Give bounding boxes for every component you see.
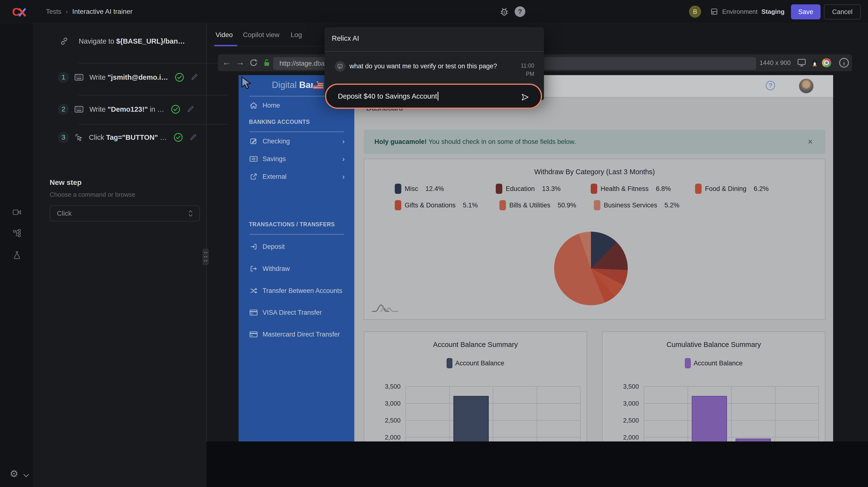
- user-avatar[interactable]: B: [689, 6, 701, 18]
- legend-item-business-services[interactable]: Business Services5.2%: [594, 200, 679, 211]
- cursor-click-icon: [74, 133, 83, 142]
- pie-chart-title: Withdraw By Category (Last 3 Months): [364, 168, 825, 176]
- bar-chart-title: Cumulative Balance Summary: [602, 341, 825, 349]
- bank-nav-transfer-between-accounts[interactable]: Transfer Between Accounts: [239, 285, 354, 296]
- divider: [249, 234, 344, 235]
- home-icon: [249, 102, 258, 109]
- linux-tux-icon: [810, 58, 819, 67]
- credit-card-icon: [249, 331, 258, 338]
- bank-help-icon[interactable]: ?: [766, 81, 775, 90]
- flask-icon[interactable]: [12, 250, 21, 260]
- alert-banner: Holy guacamole! You should check in on s…: [364, 130, 826, 154]
- chat-input[interactable]: Deposit $40 to Savings Account: [325, 84, 542, 109]
- bar-chart-legend[interactable]: Account Balance: [364, 358, 587, 368]
- legend-item-food-dining[interactable]: Food & Dining6.2%: [695, 183, 769, 194]
- external-link-icon: [249, 173, 258, 181]
- bank-nav-mastercard-direct-transfer[interactable]: Mastercard Direct Transfer: [239, 329, 354, 340]
- bar-chart-title: Account Balance Summary: [364, 341, 587, 349]
- chevron-right-icon: ›: [342, 137, 345, 145]
- video-viewport[interactable]: Digital Bank Home BANKING ACCOUNTS Check…: [239, 75, 833, 442]
- flow-tree-icon[interactable]: [12, 229, 21, 238]
- step-row-3[interactable]: 3 Click Tag="BUTTON" …: [34, 126, 206, 149]
- sign-out-arrow-icon: [249, 265, 258, 273]
- active-tab-underline: [214, 45, 237, 46]
- chat-input-value: Deposit $40 to Savings Account: [338, 92, 437, 100]
- save-button[interactable]: Save: [791, 4, 820, 20]
- legend-item-education[interactable]: Education13.3%: [496, 183, 561, 194]
- chevron-down-icon[interactable]: [23, 474, 30, 478]
- bank-nav-external[interactable]: External›: [239, 171, 354, 182]
- legend-item-bills-utilities[interactable]: Bills & Utilities50.9%: [499, 200, 576, 211]
- bar-chart-legend[interactable]: Account Balance: [602, 358, 825, 368]
- edit-pencil-icon[interactable]: [190, 73, 198, 81]
- pencil-square-icon: [249, 138, 258, 145]
- padlock-unlocked-icon[interactable]: [262, 58, 271, 67]
- banknote-icon: [249, 156, 258, 162]
- send-icon[interactable]: [521, 93, 529, 101]
- edit-pencil-icon[interactable]: [186, 105, 194, 113]
- bank-nav-visa-direct-transfer[interactable]: VISA Direct Transfer: [239, 307, 354, 318]
- settings-gear-icon[interactable]: ⚙: [10, 468, 19, 479]
- bank-user-avatar[interactable]: [799, 79, 814, 93]
- relicx-ai-title: Relicx AI: [332, 34, 359, 42]
- bank-section-title: BANKING ACCOUNTS: [249, 119, 310, 125]
- legend-item-misc[interactable]: Misc12.4%: [395, 183, 444, 194]
- step-row-2[interactable]: 2 Write "Demo123!" in …: [34, 98, 206, 121]
- y-tick: 2,500: [602, 417, 639, 424]
- step-success-check-icon: [173, 132, 183, 143]
- alert-close-icon[interactable]: ×: [808, 136, 813, 147]
- cx-logo[interactable]: C: [12, 6, 34, 18]
- divider: [324, 51, 544, 52]
- chat-message: what do you want me to verify or test on…: [349, 62, 497, 70]
- environment-icon: [710, 7, 718, 16]
- link-icon: [60, 37, 68, 45]
- steps-panel: Navigate to ${BASE_URL}/ban… 1 Write "js…: [34, 23, 206, 487]
- sign-in-arrow-icon: [249, 243, 258, 250]
- y-tick: 3,500: [364, 383, 401, 390]
- view-tabs: Video Copilot view Log: [211, 23, 324, 47]
- bug-icon[interactable]: [499, 6, 509, 18]
- sparkline-icon[interactable]: [372, 301, 399, 312]
- viewport-resolution: 1440 x 900: [760, 59, 791, 67]
- command-select[interactable]: Click: [50, 206, 200, 221]
- video-camera-icon[interactable]: [12, 208, 21, 216]
- edit-pencil-icon[interactable]: [189, 133, 197, 141]
- tab-log[interactable]: Log: [290, 31, 302, 39]
- step-number-badge: 3: [58, 132, 69, 143]
- bank-sidebar: Digital Bank Home BANKING ACCOUNTS Check…: [239, 75, 354, 442]
- step-row-1[interactable]: 1 Write "jsmith@demo.i…: [34, 66, 206, 89]
- bank-nav-checking[interactable]: Checking›: [239, 136, 354, 147]
- bank-nav-deposit[interactable]: Deposit: [239, 241, 354, 252]
- help-icon[interactable]: ?: [515, 6, 525, 17]
- bank-nav-savings[interactable]: Savings›: [239, 154, 354, 164]
- select-chevrons-icon: [188, 210, 193, 217]
- back-arrow-icon[interactable]: ←: [222, 57, 231, 67]
- cumulative-balance-summary-card: Cumulative Balance Summary Account Balan…: [602, 331, 826, 442]
- cancel-button[interactable]: Cancel: [824, 4, 861, 20]
- new-step-subtitle: Choose a command or browse: [50, 191, 135, 199]
- bank-nav-withdraw[interactable]: Withdraw: [239, 263, 354, 274]
- monitor-icon[interactable]: [797, 58, 806, 67]
- bar-cumulative-balance-1: [692, 396, 727, 442]
- environment-value[interactable]: Staging: [762, 8, 784, 16]
- alert-text: Holy guacamole! You should check in on s…: [374, 138, 576, 146]
- navigate-step-row[interactable]: Navigate to ${BASE_URL}/ban…: [34, 32, 206, 50]
- panel-resizer-handle[interactable]: [203, 249, 209, 265]
- chrome-icon: [822, 58, 831, 67]
- bar-cumulative-balance-2: [736, 438, 771, 442]
- reload-icon[interactable]: [249, 58, 258, 67]
- breadcrumb-tests[interactable]: Tests: [46, 8, 61, 16]
- app-window: C Tests › Interactive AI trainer ? B Env…: [0, 0, 868, 487]
- chevron-right-icon: ›: [342, 173, 345, 181]
- forward-arrow-icon[interactable]: →: [236, 57, 245, 67]
- legend-item-gifts-donations[interactable]: Gifts & Donations5.1%: [395, 200, 478, 211]
- legend-item-health-fitness[interactable]: Health & Fitness6.8%: [591, 183, 671, 194]
- us-flag-icon[interactable]: [313, 82, 323, 89]
- player-bar: [206, 442, 868, 487]
- account-balance-summary-card: Account Balance Summary Account Balance …: [364, 331, 587, 442]
- tab-video[interactable]: Video: [216, 31, 233, 39]
- bar-account-balance: [454, 396, 489, 442]
- info-icon[interactable]: [838, 57, 849, 68]
- bank-section-title: TRANSACTIONS / TRANSFERS: [249, 221, 335, 228]
- tab-copilot-view[interactable]: Copilot view: [243, 31, 279, 39]
